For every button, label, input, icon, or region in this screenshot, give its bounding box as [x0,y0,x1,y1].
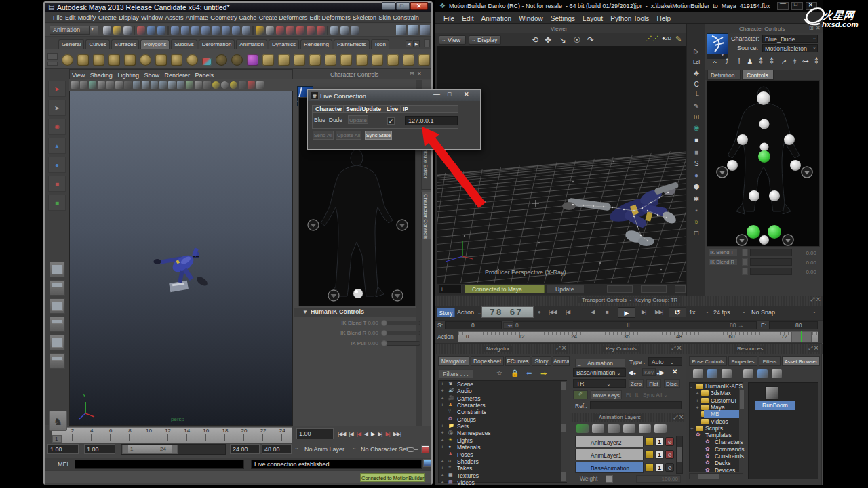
svg-text:火星网: 火星网 [822,9,856,21]
svg-text:persp: persp [171,416,185,422]
svg-text:Y: Y [83,393,86,398]
svg-text:hxsd.com: hxsd.com [822,20,859,28]
svg-text:Producer Perspective (X-Ray): Producer Perspective (X-Ray) [485,269,566,276]
